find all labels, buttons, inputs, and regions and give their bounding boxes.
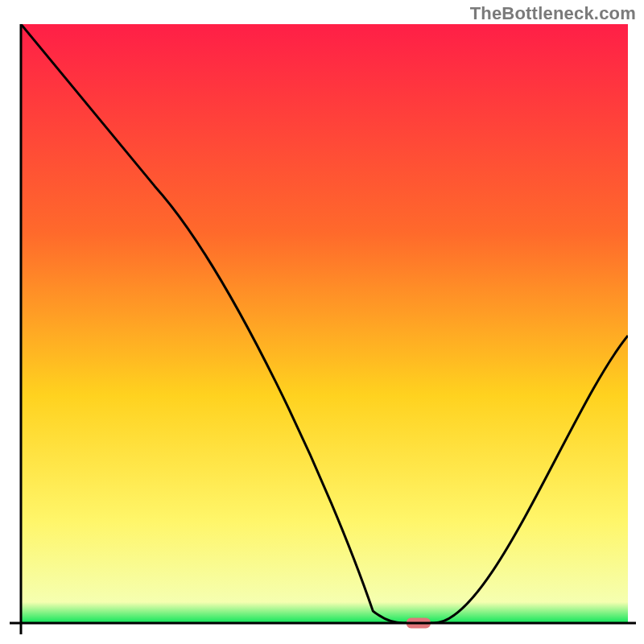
- gradient-field: [21, 24, 628, 623]
- chart-stage: TheBottleneck.com: [0, 0, 644, 644]
- bottleneck-chart: [0, 0, 644, 644]
- watermark-text: TheBottleneck.com: [470, 3, 636, 24]
